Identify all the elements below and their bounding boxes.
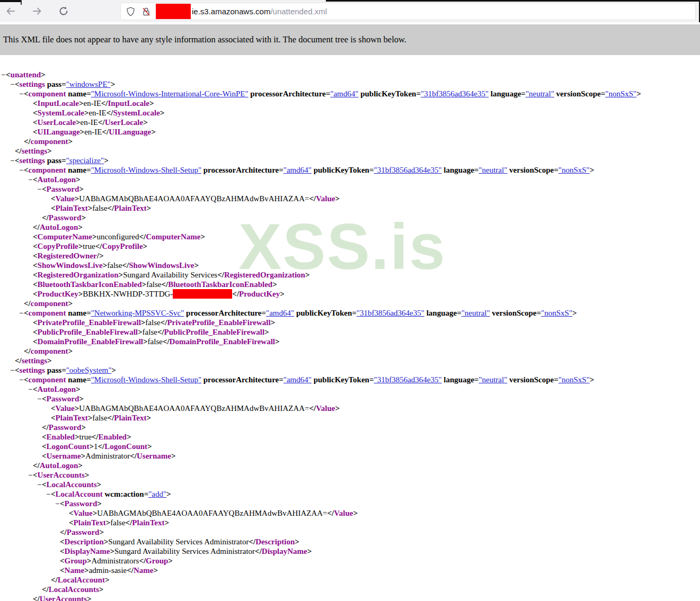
xml-line: </LocalAccount> [0,575,700,585]
xml-tag-name: PrivateProfile_EnableFirewall [167,318,270,327]
xml-text: false [145,318,160,327]
xml-attr-name: name [66,375,86,384]
xml-punct: > [111,80,116,88]
xml-tag-name: Name [65,566,85,575]
xml-punct: > [166,490,171,498]
xml-punct: < [24,89,29,98]
xml-attr-name: name [66,89,86,98]
xml-punct: = [144,490,149,498]
xml-punct: > [93,509,98,517]
xml-attr-name: name [66,166,86,174]
xml-punct: > [68,347,73,355]
xml-punct: > [89,442,94,451]
lock-strike-icon[interactable] [141,7,151,16]
collapse-toggle[interactable]: − [37,480,42,489]
xml-punct: < [33,471,38,479]
xml-tag-name: Group [146,557,168,565]
reload-button[interactable] [56,4,71,19]
xml-tag-name: SystemLocale [113,109,160,117]
address-bar[interactable]: ie.s3.amazonaws.com/unattended.xml [121,3,695,20]
xml-punct: = [61,366,66,374]
collapse-toggle[interactable]: − [10,156,15,165]
xml-punct: > [88,204,93,212]
xml-punct: </ [139,232,146,241]
xml-tag-name: SystemLocale [38,109,84,117]
xml-attr-name: publicKeyToken [312,166,369,174]
xml-line: −<settings pass="specialize"> [0,156,700,165]
xml-tag-name: Value [316,194,335,203]
xml-tag-name: UserAccounts [38,471,85,479]
shield-icon[interactable] [126,7,135,16]
xml-line: <UserLocale>en-IE</UserLocale> [0,118,700,127]
xml-punct: > [68,137,73,146]
xml-punct: > [105,576,110,584]
collapse-toggle[interactable]: − [28,384,33,394]
collapse-toggle[interactable]: − [28,470,33,480]
xml-attr-value: "neutral" [462,309,490,317]
xml-tag-name: Group [65,557,87,565]
nav-buttons [3,4,71,20]
xml-style-notice-text: This XML file does not appear to have an… [3,34,406,45]
collapse-toggle[interactable]: − [28,175,33,184]
xml-punct: </ [217,271,224,279]
xml-line: −<AutoLogon> [0,384,700,394]
collapse-toggle[interactable]: − [55,499,60,508]
xml-punct: > [280,290,285,298]
xml-line: −<component name="Networking-MPSSVC-Svc"… [0,308,700,318]
xml-punct: > [146,414,151,422]
xml-punct: > [168,557,173,565]
collapse-toggle[interactable]: − [19,375,24,384]
xml-tag-name: LocalAccounts [49,585,99,594]
xml-punct: </ [42,585,49,594]
xml-punct: < [15,366,20,374]
xml-tag-name: ProductKey [38,290,78,298]
collapse-toggle[interactable]: − [19,89,24,98]
back-button[interactable] [3,4,18,19]
xml-punct: > [78,223,83,231]
xml-punct: = [369,375,374,384]
xml-line: −<Password> [0,499,700,508]
xml-punct: > [143,118,148,127]
xml-line: <ComputerName>unconfigured</ComputerName… [0,232,700,241]
xml-tag-name: Value [56,404,75,412]
collapse-toggle[interactable]: − [19,165,24,175]
xml-punct: < [33,271,38,279]
collapse-toggle[interactable]: − [37,394,42,403]
xml-attr-name: processorArchitecture [201,375,279,384]
forward-button[interactable] [30,4,45,19]
collapse-toggle[interactable]: − [1,70,6,79]
xml-punct: > [143,337,148,346]
xml-punct: > [97,499,102,508]
xml-punct: < [24,309,29,317]
xml-tag-name: BluetoothTaskbarIconEnabled [168,280,272,289]
xml-line: <PlainText>false</PlainText> [0,518,700,527]
xml-text: false [143,328,157,336]
reload-icon [58,6,69,18]
xml-text: false [107,261,122,270]
xml-punct: < [33,261,38,270]
url-host: ie.s3.amazonaws.com [192,7,270,16]
collapse-toggle[interactable]: − [37,184,42,194]
xml-text: Administrator [85,452,130,460]
collapse-toggle[interactable]: − [10,79,15,89]
xml-line: −<component name="Microsoft-Windows-Shel… [0,165,700,175]
xml-tag-name: component [29,309,66,317]
xml-text: en-IE [83,99,101,107]
xml-punct: < [15,156,20,165]
xml-punct: > [272,280,277,289]
xml-punct: </ [24,299,31,308]
collapse-toggle[interactable]: − [10,365,15,375]
xml-line: −<LocalAccounts> [0,480,700,489]
xml-line: −<AutoLogon> [0,175,700,184]
xml-tag-name: DisplayName [65,547,110,555]
xml-punct: < [42,452,47,460]
xml-attr-value: "add" [148,490,166,498]
xml-tag-name: LocalAccount [58,576,105,584]
xml-punct: > [75,194,79,203]
xml-line: <RegisteredOrganization>Sungard Availabi… [0,270,700,280]
collapse-toggle[interactable]: − [19,308,24,318]
xml-tag-name: DomainProfile_EnableFirewall [38,337,143,346]
xml-attr-value: "nonSxS" [559,375,590,384]
xml-punct: = [352,309,357,317]
collapse-toggle[interactable]: − [46,489,51,499]
